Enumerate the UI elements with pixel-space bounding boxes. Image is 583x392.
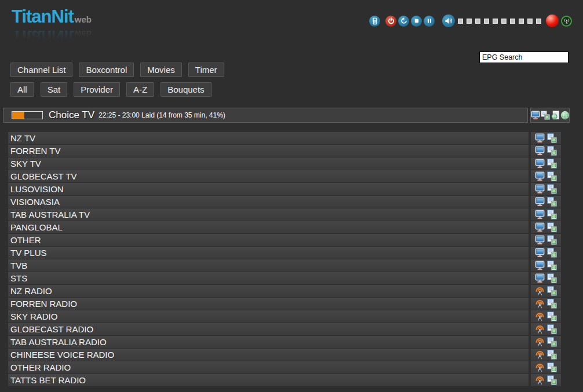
- channel-name[interactable]: TVB: [8, 259, 529, 272]
- volume-icon[interactable]: [442, 14, 455, 27]
- radio-antenna-icon[interactable]: [535, 286, 545, 296]
- nav-button-timer[interactable]: Timer: [188, 63, 224, 77]
- epg-icon[interactable]: [547, 362, 557, 372]
- volume-segment[interactable]: [519, 19, 524, 24]
- radio-antenna-icon[interactable]: [535, 362, 545, 372]
- monitor-icon[interactable]: [535, 222, 545, 232]
- filter-button-bouquets[interactable]: Bouquets: [161, 82, 211, 97]
- radio-antenna-icon[interactable]: [535, 324, 545, 334]
- filter-button-all[interactable]: All: [10, 82, 34, 97]
- channel-name[interactable]: NZ TV: [8, 132, 529, 144]
- refresh-icon[interactable]: [398, 16, 409, 27]
- epg-icon[interactable]: [547, 197, 557, 207]
- epg-icon[interactable]: [547, 324, 557, 334]
- radio-antenna-icon[interactable]: [535, 337, 545, 347]
- channel-name[interactable]: STS: [8, 272, 529, 284]
- channel-row-actions: [531, 247, 561, 259]
- channel-name[interactable]: CHINEESE VOICE RADIO: [8, 349, 529, 361]
- epg-icon[interactable]: [547, 235, 557, 245]
- volume-segment[interactable]: [493, 19, 498, 24]
- epg-icon[interactable]: [547, 312, 557, 321]
- epg-icon[interactable]: [547, 146, 557, 156]
- nav-button-channel-list[interactable]: Channel List: [10, 63, 72, 77]
- volume-segment[interactable]: [458, 19, 463, 24]
- volume-segment[interactable]: [510, 19, 515, 24]
- channel-name[interactable]: NZ RADIO: [8, 285, 529, 297]
- volume-segment[interactable]: [475, 19, 480, 24]
- channel-row-actions: [531, 196, 561, 208]
- channel-name[interactable]: OTHER: [8, 234, 529, 246]
- radio-antenna-icon[interactable]: [535, 299, 545, 309]
- volume-segment[interactable]: [467, 19, 472, 24]
- channel-name-label: PANGLOBAL: [10, 222, 63, 232]
- channel-name[interactable]: TAB AUSTRALIA TV: [8, 208, 529, 221]
- monitor-icon[interactable]: [535, 235, 545, 245]
- nav-button-boxcontrol[interactable]: Boxcontrol: [79, 63, 134, 77]
- epg-icon[interactable]: [547, 210, 557, 219]
- monitor-icon[interactable]: [535, 273, 545, 283]
- epg-icon[interactable]: [547, 350, 557, 360]
- channel-row-actions: [531, 285, 561, 297]
- record-indicator[interactable]: [546, 14, 559, 27]
- volume-segment[interactable]: [527, 19, 533, 24]
- epg-search-input[interactable]: [479, 52, 569, 63]
- remote-icon[interactable]: [369, 16, 380, 27]
- main-nav: Channel List Boxcontrol Movies Timer: [10, 63, 231, 77]
- channel-name[interactable]: FORREN RADIO: [8, 298, 529, 310]
- epg-icon[interactable]: [547, 171, 557, 181]
- channel-name-label: TAB AUSTRALIA TV: [10, 210, 90, 219]
- epg-icon[interactable]: [547, 184, 557, 194]
- channel-row-actions: [531, 145, 561, 157]
- monitor-icon[interactable]: [535, 184, 545, 194]
- channel-name[interactable]: GLOBECAST RADIO: [8, 323, 529, 335]
- filter-button-provider[interactable]: Provider: [74, 82, 120, 97]
- radio-antenna-icon[interactable]: [535, 350, 545, 360]
- volume-segment[interactable]: [536, 19, 541, 24]
- monitor-icon[interactable]: [535, 146, 545, 156]
- radio-antenna-icon[interactable]: [535, 312, 545, 321]
- channel-name[interactable]: VISIONASIA: [8, 196, 529, 208]
- monitor-icon[interactable]: [531, 111, 540, 120]
- channel-name[interactable]: TATTS BET RADIO: [8, 374, 529, 386]
- globe-icon[interactable]: [560, 111, 570, 120]
- volume-segment[interactable]: [484, 19, 489, 24]
- monitor-icon[interactable]: [535, 133, 545, 143]
- filter-button-sat[interactable]: Sat: [41, 82, 68, 97]
- epg-icon[interactable]: [547, 133, 557, 143]
- filter-button-a-z[interactable]: A-Z: [126, 82, 154, 97]
- monitor-icon[interactable]: [535, 171, 545, 181]
- channel-name[interactable]: PANGLOBAL: [8, 221, 529, 233]
- epg-icon[interactable]: [547, 159, 557, 168]
- volume-segment[interactable]: [501, 19, 507, 24]
- epg-icon[interactable]: [547, 375, 557, 385]
- monitor-icon[interactable]: [535, 197, 545, 207]
- channel-name[interactable]: GLOBECAST TV: [8, 170, 529, 182]
- monitor-icon[interactable]: [535, 248, 545, 258]
- monitor-icon[interactable]: [535, 210, 545, 219]
- epg-icon[interactable]: [547, 299, 557, 309]
- channel-name[interactable]: TAB AUSTRALIA RADIO: [8, 336, 529, 348]
- epg-icon[interactable]: [547, 337, 557, 347]
- stream-file-icon[interactable]: [551, 111, 560, 120]
- channel-name[interactable]: FORREN TV: [8, 145, 529, 157]
- signal-icon[interactable]: [561, 16, 572, 27]
- monitor-icon[interactable]: [535, 261, 545, 270]
- channel-name[interactable]: TV PLUS: [8, 247, 529, 259]
- stop-icon[interactable]: [411, 16, 422, 27]
- monitor-icon[interactable]: [535, 159, 545, 168]
- pause-icon[interactable]: [424, 16, 435, 27]
- radio-antenna-icon[interactable]: [535, 375, 545, 385]
- epg-icon[interactable]: [547, 261, 557, 270]
- power-icon[interactable]: [385, 16, 396, 27]
- nav-button-movies[interactable]: Movies: [140, 63, 182, 77]
- epg-icon[interactable]: [547, 286, 557, 296]
- epg-icon[interactable]: [547, 273, 557, 283]
- epg-icon[interactable]: [547, 222, 557, 232]
- channel-row: TAB AUSTRALIA RADIO: [8, 336, 561, 348]
- channel-name[interactable]: SKY TV: [8, 157, 529, 170]
- epg-icon[interactable]: [547, 248, 557, 258]
- channel-name[interactable]: SKY RADIO: [8, 310, 529, 323]
- channel-name[interactable]: LUSOVISION: [8, 183, 529, 195]
- channel-name[interactable]: OTHER RADIO: [8, 361, 529, 373]
- epg-icon[interactable]: [541, 111, 550, 120]
